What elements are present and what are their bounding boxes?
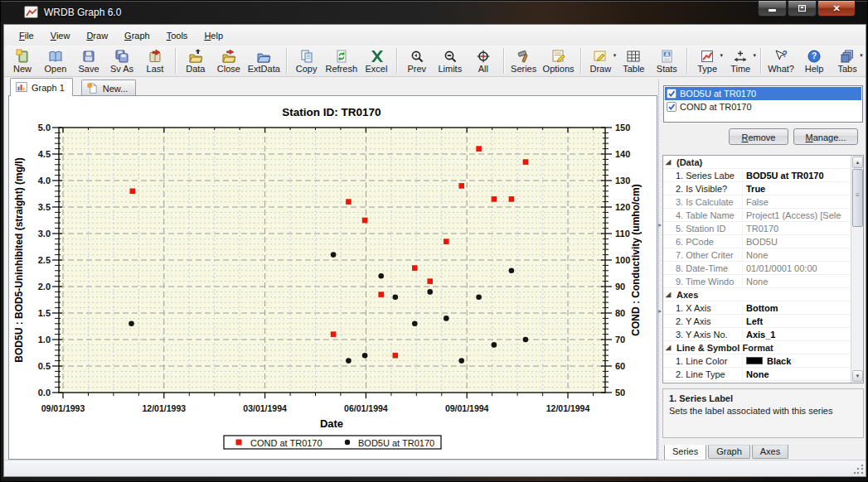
property-value[interactable]: 01/01/0001 00:00 [742, 263, 851, 273]
scrollbar-thumb[interactable] [852, 169, 863, 227]
toolbar-last-button[interactable]: Last [138, 46, 172, 75]
dropdown-arrow-icon[interactable]: ▼ [752, 53, 757, 58]
menu-graph[interactable]: Graph [116, 27, 158, 44]
property-row[interactable]: 2. Y Axis Left [663, 315, 851, 328]
panel-tab-graph[interactable]: Graph [708, 445, 750, 459]
toolbar-excel-button[interactable]: Excel [360, 46, 393, 75]
toolbar-help-button[interactable]: ? Help [798, 46, 831, 75]
toolbar-extdata-button[interactable]: ExtData [245, 46, 283, 75]
checkbox-checked-icon[interactable] [667, 102, 676, 112]
toolbar-close-button[interactable]: Close [212, 46, 245, 75]
help-circle-icon: ? [807, 48, 822, 64]
property-value[interactable]: False [742, 197, 851, 207]
property-row[interactable]: 1. Line Color Black [663, 354, 851, 368]
toolbar-table-button[interactable]: Table [617, 46, 650, 75]
property-row[interactable]: 2. Is Visible? True [663, 182, 851, 195]
panel-tab-series[interactable]: Series [664, 445, 706, 460]
toolbar-limits-button[interactable]: Limits [434, 46, 467, 75]
toolbar-stats-button[interactable]: A Stats [650, 46, 683, 75]
property-value[interactable]: Project1 (Access) [Sele [742, 210, 851, 220]
folder-close-icon [221, 48, 236, 64]
menu-file[interactable]: File [11, 27, 42, 44]
series-list-item[interactable]: COND at TR0170 [665, 100, 861, 113]
checkbox-checked-icon[interactable] [667, 89, 676, 99]
panel-tab-axes[interactable]: Axes [752, 445, 788, 459]
property-row[interactable]: 1. Series Labe BOD5U at TR0170 [663, 169, 851, 182]
toolbar-new-button[interactable]: New [6, 46, 39, 75]
property-value[interactable]: 1 [742, 383, 851, 383]
property-value[interactable]: None [742, 250, 851, 260]
property-row[interactable]: 7. Other Criter None [663, 248, 851, 262]
property-row[interactable]: 2. Line Type None [663, 368, 851, 381]
property-grid-scrollbar[interactable]: ▲ ▼ [851, 156, 863, 383]
series-list-item[interactable]: BOD5U at TR0170 [665, 87, 861, 100]
toolbar-tabs-button[interactable]: ▼ Tabs [831, 46, 864, 75]
scroll-up-icon[interactable]: ▲ [852, 157, 863, 168]
menu-help[interactable]: Help [196, 27, 231, 44]
property-value[interactable]: Left [742, 316, 851, 326]
menu-draw[interactable]: Draw [78, 27, 116, 44]
excel-x-icon [369, 48, 384, 64]
svg-text:140: 140 [615, 149, 630, 159]
toolbar-save-button[interactable]: Save [72, 46, 105, 75]
property-name: 3. Y Axis No. [663, 330, 742, 340]
property-section-header[interactable]: ◢ Line & Symbol Format [663, 341, 851, 354]
property-value[interactable]: Axis_1 [742, 330, 851, 340]
toolbar-all-button[interactable]: All [467, 46, 500, 75]
expand-triangle-icon[interactable]: ◢ [666, 158, 675, 166]
toolbar-sv-as-button[interactable]: Sv As [105, 46, 138, 75]
property-value[interactable]: Black [742, 356, 851, 366]
property-value[interactable]: Bottom [742, 303, 851, 313]
dropdown-arrow-icon[interactable]: ▼ [859, 53, 864, 58]
property-row[interactable]: 3. Y Axis No. Axis_1 [663, 328, 851, 341]
svg-text:50: 50 [615, 388, 625, 398]
property-value[interactable]: True [742, 184, 851, 194]
property-value[interactable]: BOD5U at TR0170 [742, 171, 851, 181]
property-value[interactable]: None [742, 369, 851, 379]
scroll-down-icon[interactable]: ▼ [852, 370, 863, 382]
property-row[interactable]: 3. Line Thick 1 [663, 381, 851, 383]
expand-triangle-icon[interactable]: ◢ [666, 291, 675, 298]
property-row[interactable]: 8. Date-Time 01/01/0001 00:00 [663, 262, 851, 275]
toolbar-prev-button[interactable]: Prev [400, 46, 434, 75]
property-row[interactable]: 1. X Axis Bottom [663, 301, 851, 315]
menu-view[interactable]: View [42, 27, 79, 44]
toolbar-what-button[interactable]: ? What? [764, 46, 798, 75]
property-value[interactable]: None [742, 277, 851, 287]
svg-text:0.5: 0.5 [38, 361, 51, 371]
toolbar-button-label: Close [217, 64, 240, 74]
minimize-button[interactable] [758, 1, 787, 17]
titlebar: WRDB Graph 6.0 ✕ [1, 1, 867, 24]
doc-tab-graph-1[interactable]: Graph 1 [10, 78, 73, 96]
toolbar-draw-button[interactable]: ▼ Draw [584, 46, 617, 75]
property-section-header[interactable]: ◢ (Data) [663, 156, 851, 169]
toolbar-button-label: Help [805, 64, 824, 74]
doc-tab-new[interactable]: New... [81, 80, 137, 96]
toolbar-options-button[interactable]: Options [541, 46, 577, 75]
property-row[interactable]: 3. Is Calculate False [663, 195, 851, 209]
property-row[interactable]: 6. PCode BOD5U [663, 235, 851, 248]
resize-grip[interactable] [854, 465, 864, 475]
toolbar-time-button[interactable]: ▼ Time [724, 46, 757, 75]
maximize-button[interactable] [788, 1, 817, 17]
chart-canvas[interactable]: 0.00.51.01.52.02.53.03.54.04.55.05060708… [9, 96, 658, 460]
toolbar-refresh-button[interactable]: Refresh [323, 46, 360, 75]
menu-tools[interactable]: Tools [158, 27, 196, 44]
plot-area[interactable] [59, 128, 605, 393]
toolbar-type-button[interactable]: ▼ Type [691, 46, 724, 75]
toolbar-open-button[interactable]: Open [39, 46, 72, 75]
property-row[interactable]: 4. Table Name Project1 (Access) [Sele [663, 209, 851, 222]
svg-text:12/01/1993: 12/01/1993 [143, 403, 187, 413]
remove-button[interactable]: Remove [729, 128, 788, 145]
close-button[interactable]: ✕ [817, 1, 856, 17]
property-value[interactable]: TR0170 [742, 224, 851, 234]
property-value[interactable]: BOD5U [742, 237, 851, 247]
toolbar-copy-button[interactable]: Copy [290, 46, 323, 75]
property-row[interactable]: 5. Station ID TR0170 [663, 222, 851, 235]
toolbar-data-button[interactable]: Data [179, 46, 212, 75]
property-row[interactable]: 9. Time Windo None [663, 275, 851, 288]
property-section-header[interactable]: ◢ Axes [663, 288, 851, 301]
toolbar-series-button[interactable]: Series [507, 46, 541, 75]
manage-button[interactable]: Manage... [793, 128, 858, 145]
expand-triangle-icon[interactable]: ◢ [666, 344, 675, 351]
